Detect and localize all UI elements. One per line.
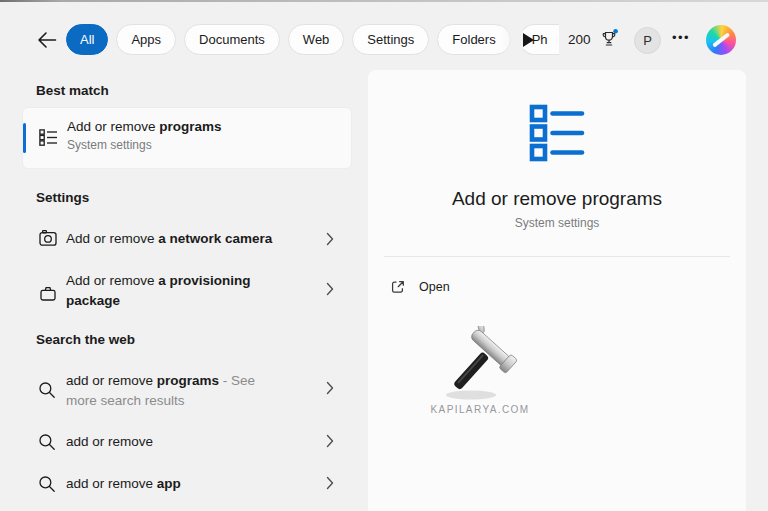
suggestion-text: add or remove	[66, 434, 153, 449]
back-arrow-icon	[36, 29, 58, 51]
back-button[interactable]	[36, 29, 58, 51]
hammer-icon	[435, 326, 525, 402]
camera-icon	[38, 228, 58, 248]
tab-folders[interactable]: Folders	[437, 24, 510, 55]
best-match-result[interactable]: Add or remove programs System settings	[22, 107, 352, 169]
divider	[384, 256, 730, 257]
rewards-trophy-icon[interactable]	[600, 28, 619, 49]
account-avatar[interactable]: P	[634, 27, 661, 54]
watermark-text: KAPILARYA.COM	[420, 404, 540, 415]
more-options-icon[interactable]: •••	[672, 30, 690, 45]
preview-subtitle: System settings	[368, 216, 746, 230]
search-web-heading: Search the web	[36, 332, 135, 347]
best-match-text: Add or remove programs System settings	[67, 119, 222, 152]
programs-list-icon	[39, 129, 58, 146]
tab-apps[interactable]: Apps	[116, 24, 176, 55]
result-provisioning-package[interactable]: Add or remove a provisioning package	[22, 271, 352, 313]
search-icon	[38, 475, 56, 493]
rewards-points[interactable]: 200	[568, 32, 591, 47]
tabs-overflow-fade	[501, 22, 523, 58]
best-match-subtitle: System settings	[67, 138, 222, 152]
result-text: Add or remove a network camera	[66, 231, 272, 246]
preview-title: Add or remove programs	[368, 188, 746, 210]
chevron-right-icon[interactable]	[326, 232, 334, 246]
tab-documents[interactable]: Documents	[184, 24, 280, 55]
open-external-icon	[390, 279, 406, 295]
result-network-camera[interactable]: Add or remove a network camera	[22, 228, 352, 254]
copilot-icon[interactable]	[706, 25, 736, 55]
tab-web[interactable]: Web	[288, 24, 345, 55]
package-icon	[38, 283, 58, 303]
search-icon	[38, 381, 56, 399]
open-label: Open	[419, 280, 450, 294]
suggestion-text: add or remove programs - See more search…	[66, 371, 284, 411]
selection-accent-bar	[23, 123, 26, 153]
result-text: Add or remove a provisioning package	[66, 271, 278, 311]
preview-panel: Add or remove programs System settings O…	[368, 70, 746, 511]
search-icon	[38, 433, 56, 451]
watermark: KAPILARYA.COM	[420, 326, 540, 415]
suggestion-text: add or remove app	[66, 476, 181, 491]
programs-list-big-icon	[529, 104, 585, 162]
window-top-border	[0, 0, 768, 2]
tabs-scroll-right-icon[interactable]	[523, 33, 534, 47]
chevron-right-icon[interactable]	[326, 381, 334, 395]
best-match-heading: Best match	[36, 83, 109, 98]
chevron-right-icon[interactable]	[326, 476, 334, 490]
best-match-title: Add or remove programs	[67, 119, 222, 134]
chevron-right-icon[interactable]	[326, 434, 334, 448]
web-suggestion-add-or-remove[interactable]: add or remove	[22, 433, 352, 459]
settings-heading: Settings	[36, 190, 89, 205]
tab-settings[interactable]: Settings	[352, 24, 429, 55]
tab-all[interactable]: All	[66, 24, 108, 55]
web-suggestion-app[interactable]: add or remove app	[22, 475, 352, 501]
search-filter-tabs: All Apps Documents Web Settings Folders …	[66, 24, 559, 55]
chevron-right-icon[interactable]	[326, 282, 334, 296]
web-suggestion-programs[interactable]: add or remove programs - See more search…	[22, 371, 352, 413]
open-action[interactable]: Open	[368, 272, 746, 302]
